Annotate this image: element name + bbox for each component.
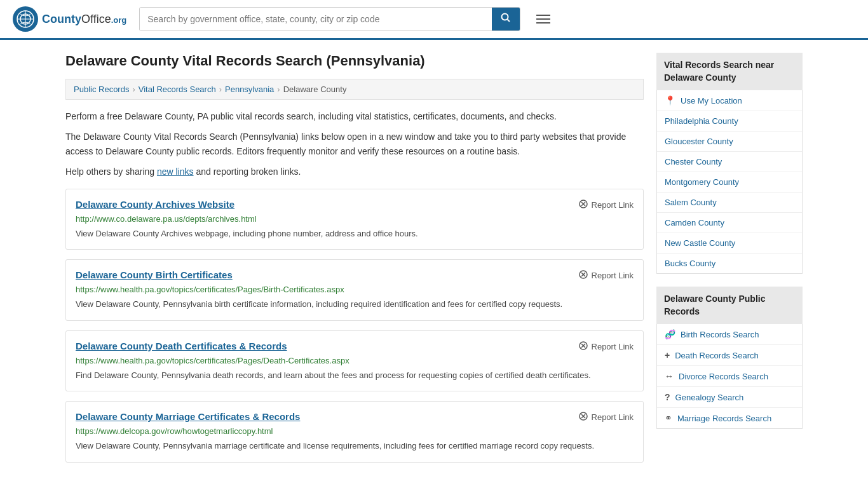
- link-url-2[interactable]: https://www.health.pa.gov/topics/certifi…: [76, 356, 634, 365]
- logo-icon: [13, 6, 38, 32]
- nearby-item-7[interactable]: New Castle County: [657, 233, 802, 254]
- public-records-link-3[interactable]: Genealogy Search: [675, 393, 744, 402]
- public-records-item-3[interactable]: ? Genealogy Search: [657, 387, 802, 408]
- public-records-item-1[interactable]: + Death Records Search: [657, 345, 802, 366]
- link-card-title-2[interactable]: Delaware County Death Certificates & Rec…: [76, 341, 287, 351]
- public-records-list: 🧬 Birth Records Search + Death Records S…: [656, 324, 803, 429]
- breadcrumb-sep-1: ›: [132, 85, 135, 94]
- nearby-link-8[interactable]: Bucks County: [665, 259, 715, 268]
- nearby-item-5[interactable]: Salem County: [657, 193, 802, 213]
- link-card-header: Delaware County Archives Website Report …: [76, 199, 634, 211]
- public-records-section: Delaware County Public Records 🧬 Birth R…: [656, 287, 803, 429]
- divorce-icon: ↔: [665, 371, 674, 381]
- report-icon-2: [578, 341, 588, 353]
- link-card: Delaware County Birth Certificates Repor…: [65, 259, 644, 321]
- link-url-0[interactable]: http://www.co.delaware.pa.us/depts/archi…: [76, 214, 634, 224]
- link-card-title-3[interactable]: Delaware County Marriage Certificates & …: [76, 411, 300, 422]
- main-container: Delaware County Vital Records Search (Pe…: [53, 40, 815, 485]
- public-records-link-2[interactable]: Divorce Records Search: [679, 372, 768, 381]
- new-links-link[interactable]: new links: [157, 166, 194, 177]
- nearby-list: 📍Use My LocationPhiladelphia CountyGlouc…: [656, 90, 803, 274]
- link-desc-1: View Delaware County, Pennsylvania birth…: [76, 298, 634, 311]
- description-1: Perform a free Delaware County, PA publi…: [65, 109, 644, 123]
- page-title: Delaware County Vital Records Search (Pe…: [65, 53, 644, 69]
- nearby-link-3[interactable]: Chester County: [665, 157, 722, 166]
- public-records-item-2[interactable]: ↔ Divorce Records Search: [657, 366, 802, 387]
- link-card-title-0[interactable]: Delaware County Archives Website: [76, 199, 234, 210]
- breadcrumb-vital-records[interactable]: Vital Records Search: [139, 85, 216, 94]
- breadcrumb-sep-3: ›: [277, 85, 280, 94]
- birth-icon: 🧬: [665, 329, 675, 339]
- link-card: Delaware County Marriage Certificates & …: [65, 401, 644, 463]
- public-records-link-4[interactable]: Marriage Records Search: [677, 414, 771, 423]
- link-card: Delaware County Death Certificates & Rec…: [65, 330, 644, 392]
- search-input[interactable]: [140, 8, 492, 30]
- public-records-link-1[interactable]: Death Records Search: [675, 351, 759, 360]
- breadcrumb-public-records[interactable]: Public Records: [74, 85, 129, 94]
- description-block: Perform a free Delaware County, PA publi…: [65, 109, 644, 179]
- link-card-header: Delaware County Death Certificates & Rec…: [76, 341, 634, 353]
- description-3: Help others by sharing new links and rep…: [65, 165, 644, 179]
- report-link-3[interactable]: Report Link: [578, 411, 634, 423]
- report-link-0[interactable]: Report Link: [578, 199, 634, 211]
- sidebar: Vital Records Search near Delaware Count…: [656, 53, 803, 472]
- nearby-item-3[interactable]: Chester County: [657, 152, 802, 172]
- nearby-title: Vital Records Search near Delaware Count…: [656, 53, 803, 90]
- marriage-icon: ⚭: [665, 413, 672, 423]
- link-desc-2: Find Delaware County, Pennsylvania death…: [76, 369, 634, 382]
- search-bar: [139, 7, 520, 31]
- link-desc-0: View Delaware County Archives webpage, i…: [76, 227, 634, 240]
- nearby-section: Vital Records Search near Delaware Count…: [656, 53, 803, 274]
- link-url-3[interactable]: https://www.delcopa.gov/row/howtogetmarl…: [76, 426, 634, 436]
- nearby-item-2[interactable]: Gloucester County: [657, 132, 802, 152]
- breadcrumb-pennsylvania[interactable]: Pennsylvania: [225, 85, 274, 94]
- description-3-post: and reporting broken links.: [194, 166, 301, 177]
- site-logo[interactable]: CountyOffice.org: [13, 6, 126, 32]
- report-link-label-1: Report Link: [592, 271, 634, 280]
- report-link-2[interactable]: Report Link: [578, 341, 634, 353]
- breadcrumb-sep-2: ›: [219, 85, 222, 94]
- nearby-item-0[interactable]: 📍Use My Location: [657, 90, 802, 111]
- site-header: CountyOffice.org: [0, 0, 868, 40]
- nearby-link-0[interactable]: Use My Location: [681, 96, 742, 105]
- nearby-link-5[interactable]: Salem County: [665, 198, 717, 207]
- logo-text: CountyOffice.org: [42, 13, 126, 26]
- pin-icon: 📍: [665, 95, 675, 105]
- report-icon-3: [578, 411, 588, 423]
- link-card-title-1[interactable]: Delaware County Birth Certificates: [76, 269, 233, 280]
- link-cards-container: Delaware County Archives Website Report …: [65, 189, 644, 463]
- genealogy-icon: ?: [665, 392, 670, 402]
- content-area: Delaware County Vital Records Search (Pe…: [65, 53, 644, 472]
- search-button[interactable]: [492, 8, 520, 30]
- report-link-label-0: Report Link: [592, 200, 634, 210]
- breadcrumb: Public Records › Vital Records Search › …: [65, 79, 644, 100]
- svg-point-4: [502, 14, 508, 20]
- public-records-title: Delaware County Public Records: [656, 287, 803, 324]
- nearby-link-1[interactable]: Philadelphia County: [665, 116, 738, 126]
- hamburger-menu-button[interactable]: [533, 11, 553, 27]
- breadcrumb-current: Delaware County: [283, 85, 347, 94]
- nearby-link-7[interactable]: New Castle County: [665, 238, 735, 248]
- link-card: Delaware County Archives Website Report …: [65, 189, 644, 250]
- nearby-link-6[interactable]: Camden County: [665, 218, 724, 227]
- report-link-label-3: Report Link: [592, 412, 634, 422]
- description-2: The Delaware County Vital Records Search…: [65, 130, 644, 158]
- nearby-item-4[interactable]: Montgomery County: [657, 172, 802, 193]
- svg-line-5: [508, 20, 510, 22]
- nearby-item-1[interactable]: Philadelphia County: [657, 111, 802, 132]
- public-records-item-4[interactable]: ⚭ Marriage Records Search: [657, 408, 802, 428]
- nearby-item-6[interactable]: Camden County: [657, 213, 802, 233]
- link-card-header: Delaware County Birth Certificates Repor…: [76, 269, 634, 281]
- link-card-header: Delaware County Marriage Certificates & …: [76, 411, 634, 423]
- report-link-1[interactable]: Report Link: [578, 269, 634, 281]
- link-desc-3: View Delaware County, Pennsylvania marri…: [76, 440, 634, 452]
- report-icon-1: [578, 269, 588, 281]
- description-3-pre: Help others by sharing: [65, 166, 157, 177]
- link-url-1[interactable]: https://www.health.pa.gov/topics/certifi…: [76, 285, 634, 294]
- death-icon: +: [665, 350, 670, 360]
- public-records-link-0[interactable]: Birth Records Search: [681, 330, 759, 339]
- nearby-link-4[interactable]: Montgomery County: [665, 177, 739, 187]
- public-records-item-0[interactable]: 🧬 Birth Records Search: [657, 324, 802, 345]
- nearby-item-8[interactable]: Bucks County: [657, 254, 802, 273]
- nearby-link-2[interactable]: Gloucester County: [665, 137, 733, 146]
